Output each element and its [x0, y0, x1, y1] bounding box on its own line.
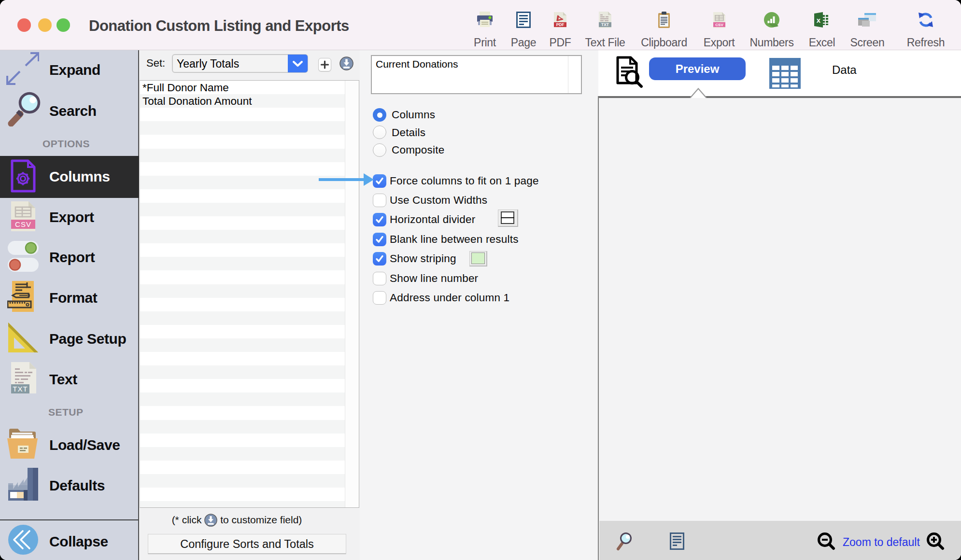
svg-text:TXT: TXT — [13, 385, 28, 393]
svg-text:CSV: CSV — [15, 220, 31, 228]
svg-text:x: x — [817, 16, 821, 24]
svg-text:TXT: TXT — [601, 22, 609, 27]
svg-text:CSV: CSV — [715, 22, 723, 27]
svg-text:PDF: PDF — [556, 22, 565, 27]
